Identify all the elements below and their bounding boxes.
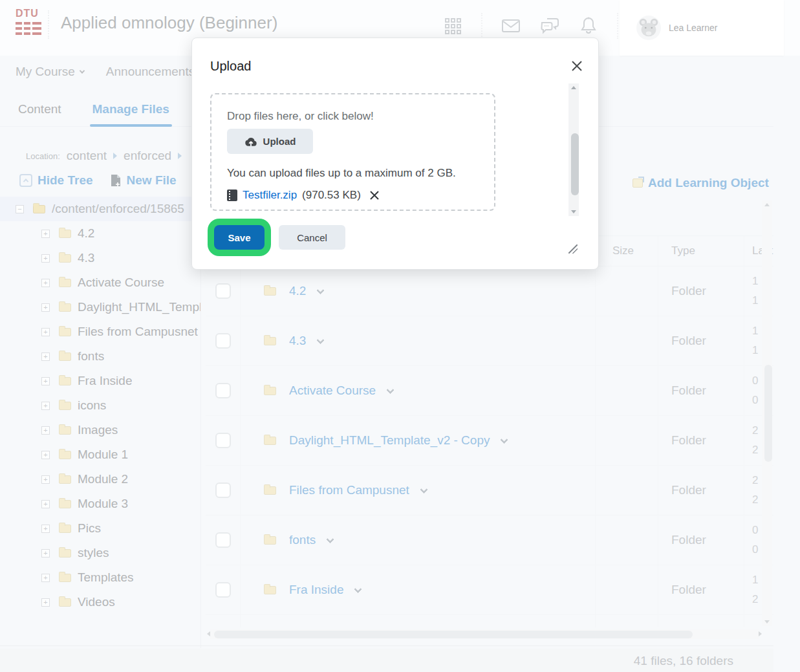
upload-button[interactable]: Upload bbox=[227, 129, 313, 154]
max-size-note: You can upload files up to a maximum of … bbox=[227, 167, 456, 180]
dropzone[interactable]: Drop files here, or click below! Upload … bbox=[210, 93, 495, 211]
scrollbar-thumb[interactable] bbox=[571, 133, 579, 195]
file-name-link[interactable]: Testfiler.zip bbox=[243, 189, 297, 202]
remove-file-icon[interactable] bbox=[370, 191, 379, 200]
upload-button-label: Upload bbox=[263, 136, 296, 147]
save-button-highlight: Save bbox=[208, 219, 271, 256]
cancel-button[interactable]: Cancel bbox=[279, 225, 345, 250]
dropzone-text: Drop files here, or click below! bbox=[227, 110, 374, 123]
save-button[interactable]: Save bbox=[214, 225, 265, 250]
resize-handle-icon[interactable] bbox=[568, 244, 578, 254]
cloud-upload-icon bbox=[244, 136, 257, 147]
uploaded-file-row: Testfiler.zip (970.53 KB) bbox=[227, 189, 379, 202]
zip-file-icon bbox=[227, 190, 237, 201]
upload-dialog: Upload Drop files here, or click below! … bbox=[191, 38, 599, 270]
scroll-down-icon[interactable] bbox=[571, 210, 576, 213]
close-icon[interactable] bbox=[571, 60, 583, 72]
scroll-up-icon[interactable] bbox=[571, 86, 576, 89]
dialog-title: Upload bbox=[210, 59, 251, 74]
file-size-label: (970.53 KB) bbox=[302, 189, 361, 202]
dialog-scrollbar[interactable] bbox=[568, 83, 579, 216]
